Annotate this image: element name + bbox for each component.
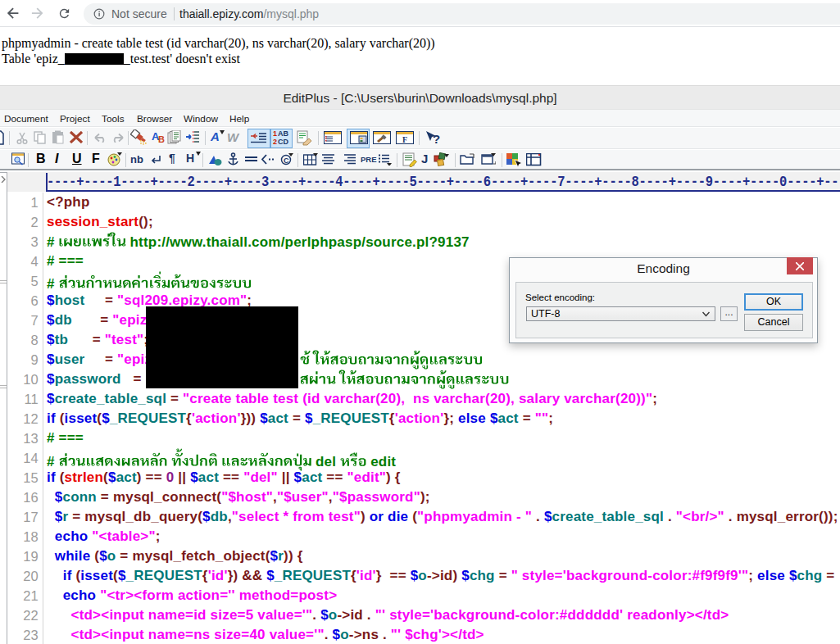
svg-text:F: F xyxy=(402,135,407,144)
svg-text:?: ? xyxy=(433,132,440,146)
svg-text:C: C xyxy=(284,156,289,165)
